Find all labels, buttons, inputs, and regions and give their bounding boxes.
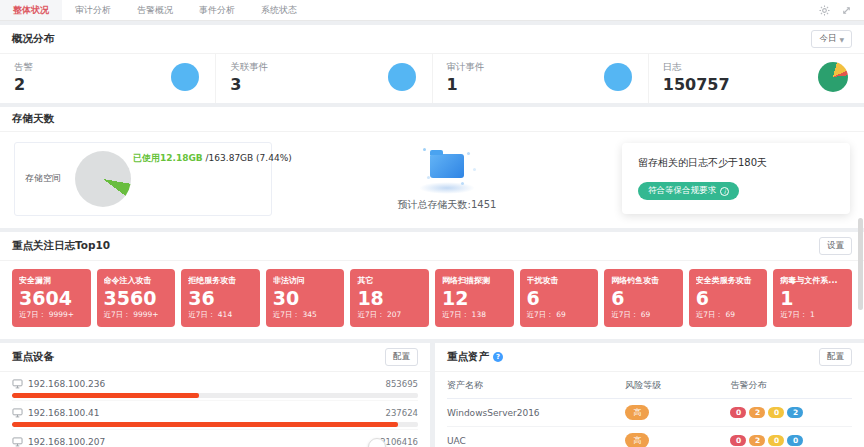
- log-value: 6: [696, 288, 761, 310]
- log-value: 36: [188, 288, 253, 310]
- devices-panel: 重点设备 配置 192.168.100.236 853695: [0, 343, 430, 447]
- log-name: 其它: [357, 275, 422, 286]
- log-card[interactable]: 拒绝服务攻击 36 近7日： 414: [181, 269, 260, 328]
- assets-col-risk: 风险等级: [625, 372, 730, 399]
- tab-system-status[interactable]: 系统状态: [248, 0, 310, 20]
- devices-title: 重点设备: [12, 350, 54, 364]
- log-value: 30: [273, 288, 338, 310]
- top-logs-header: 重点关注日志Top10 设置: [0, 232, 864, 261]
- storage-usage-text: 已使用12.18GB /163.87GB (7.44%): [133, 152, 292, 165]
- devices-config-button[interactable]: 配置: [385, 348, 418, 366]
- storage-body: 存储空间 已使用12.18GB /163.87GB (7.44%) 预计总存储天…: [0, 132, 864, 228]
- stat-value: 2: [14, 76, 33, 94]
- risk-badge: 高: [625, 405, 649, 420]
- stat-label: 日志: [663, 61, 730, 74]
- log-name: 安全漏洞: [19, 275, 84, 286]
- stat-label: 关联事件: [230, 61, 268, 74]
- fullscreen-icon[interactable]: [841, 5, 852, 16]
- blue-circle-chart: [388, 63, 416, 91]
- log-value: 3604: [19, 288, 84, 310]
- asset-row[interactable]: UAC 高 0 2 0 0: [447, 427, 852, 447]
- top-nav: 整体状况 审计分析 告警概况 事件分析 系统状态: [0, 0, 864, 21]
- log-recent: 近7日： 69: [527, 310, 592, 320]
- stats-row: 告警 2 关联事件 3 审计事件 1: [0, 54, 864, 103]
- monitor-icon: [12, 437, 23, 447]
- device-count: 853695: [386, 379, 418, 389]
- tab-audit-analysis[interactable]: 审计分析: [62, 0, 124, 20]
- tab-event-analysis[interactable]: 事件分析: [186, 0, 248, 20]
- log-name: 命令注入攻击: [104, 275, 169, 286]
- top-logs-panel: 重点关注日志Top10 设置 安全漏洞 3604 近7日： 9999+ 命令注入…: [0, 232, 864, 340]
- stat-label: 审计事件: [447, 61, 485, 74]
- gear-icon[interactable]: [819, 5, 830, 16]
- storage-used: 已使用12.18GB: [133, 153, 203, 163]
- assets-panel: 重点资产 ? 配置 资产名称 风险等级 告警分布: [435, 343, 864, 447]
- storage-total: /163.87GB (7.44%): [203, 153, 292, 163]
- badge-critical: 0: [730, 407, 746, 418]
- period-dropdown[interactable]: 今日 ▼: [811, 30, 852, 48]
- assets-title: 重点资产: [447, 350, 489, 364]
- storage-panel: 存储天数 存储空间 已使用12.18GB /163.87GB (7.44%) 预…: [0, 107, 864, 228]
- log-card[interactable]: 病毒与文件系... 1 近7日： 1: [773, 269, 852, 328]
- log-card[interactable]: 安全类服务攻击 6 近7日： 69: [689, 269, 768, 328]
- device-ip: 192.168.100.236: [28, 379, 105, 389]
- compliance-note: 留存相关的日志不少于180天: [638, 156, 834, 170]
- monitor-icon: [12, 408, 23, 418]
- badge-high: 2: [749, 435, 765, 446]
- log-card[interactable]: 安全漏洞 3604 近7日： 9999+: [12, 269, 91, 328]
- log-card[interactable]: 命令注入攻击 3560 近7日： 9999+: [97, 269, 176, 328]
- sparkle-dots: [423, 148, 426, 151]
- log-value: 3560: [104, 288, 169, 310]
- log-name: 病毒与文件系...: [780, 275, 845, 286]
- folder-shadow: [419, 182, 475, 194]
- device-row[interactable]: 192.168.100.236 853695: [12, 372, 418, 401]
- scrollbar-thumb[interactable]: [858, 218, 863, 310]
- compliance-label: 符合等保合规要求: [648, 185, 716, 197]
- log-value: 6: [611, 288, 676, 310]
- device-bar-track: [12, 422, 418, 427]
- storage-days-text: 预计总存储天数:1451: [398, 198, 497, 212]
- stat-card-alerts[interactable]: 告警 2: [0, 54, 216, 103]
- assets-table: 资产名称 风险等级 告警分布 WindowsServer2016 高 0 2: [447, 372, 852, 447]
- top-logs-settings-button[interactable]: 设置: [819, 237, 852, 255]
- log-recent: 近7日： 414: [188, 310, 253, 320]
- log-card[interactable]: 非法访问 30 近7日： 345: [266, 269, 345, 328]
- log-card[interactable]: 其它 18 近7日： 207: [350, 269, 429, 328]
- log-recent: 近7日： 1: [780, 310, 845, 320]
- badge-medium: 0: [768, 407, 784, 418]
- blue-circle-chart: [604, 63, 632, 91]
- compliance-badge[interactable]: 符合等保合规要求 i: [638, 182, 739, 200]
- overview-header: 概况分布 今日 ▼: [0, 25, 864, 54]
- device-row[interactable]: 192.168.100.207 2106416: [12, 430, 418, 447]
- stat-value: 3: [230, 76, 268, 94]
- badge-high: 2: [749, 407, 765, 418]
- stat-card-correlated-events[interactable]: 关联事件 3: [216, 54, 432, 103]
- tab-alert-overview[interactable]: 告警概况: [124, 0, 186, 20]
- top-logs-title: 重点关注日志Top10: [12, 239, 110, 253]
- info-icon: i: [720, 187, 729, 196]
- device-bar-track: [12, 393, 418, 398]
- storage-pie-chart: [75, 151, 131, 207]
- badge-medium: 0: [768, 435, 784, 446]
- device-bar-fill: [12, 393, 199, 398]
- log-card[interactable]: 网络扫描探测 12 近7日： 138: [435, 269, 514, 328]
- period-label: 今日: [819, 33, 836, 45]
- stat-card-audit-events[interactable]: 审计事件 1: [433, 54, 649, 103]
- stat-card-logs[interactable]: 日志 150757: [649, 54, 864, 103]
- device-ip: 192.168.100.207: [28, 437, 105, 447]
- log-recent: 近7日： 9999+: [104, 310, 169, 320]
- badge-critical: 0: [730, 435, 746, 446]
- asset-row[interactable]: WindowsServer2016 高 0 2 0 2: [447, 399, 852, 427]
- asset-name: UAC: [447, 427, 625, 447]
- log-recent: 近7日： 69: [611, 310, 676, 320]
- devices-header: 重点设备 配置: [0, 343, 430, 372]
- assets-config-button[interactable]: 配置: [819, 348, 852, 366]
- log-card[interactable]: 网络钓鱼攻击 6 近7日： 69: [604, 269, 683, 328]
- device-row[interactable]: 192.168.100.41 237624: [12, 401, 418, 430]
- tab-overall-status[interactable]: 整体状况: [0, 0, 62, 20]
- help-icon[interactable]: ?: [493, 352, 503, 362]
- storage-header: 存储天数: [0, 107, 864, 132]
- log-name: 网络钓鱼攻击: [611, 275, 676, 286]
- log-value: 1: [780, 288, 845, 310]
- log-card[interactable]: 干扰攻击 6 近7日： 69: [520, 269, 599, 328]
